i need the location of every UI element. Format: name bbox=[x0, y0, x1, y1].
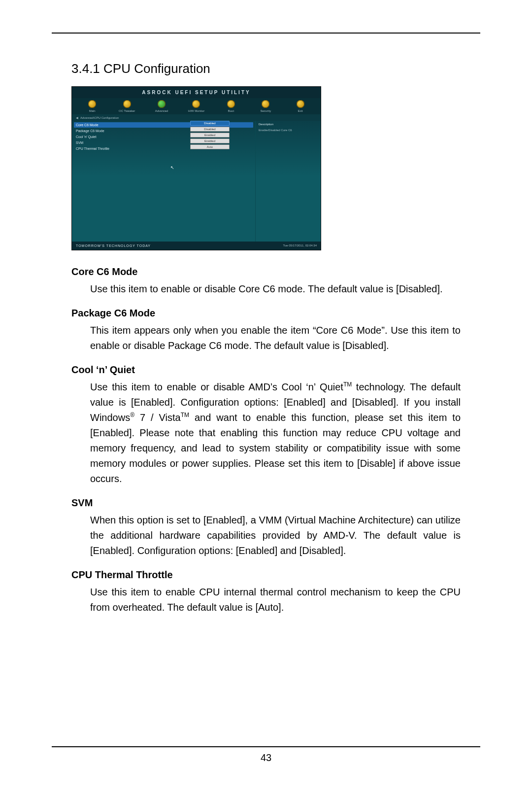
bios-side-panel: Description Enable/Disabled Core C6 bbox=[256, 121, 321, 242]
bios-footer-slogan: TOMORROW'S TECHNOLOGY TODAY bbox=[76, 244, 151, 247]
bios-options-column: Disabled Disabled Enabled Enabled Auto bbox=[190, 121, 230, 150]
bios-menu-hwmonitor[interactable]: H/W Monitor bbox=[179, 100, 213, 112]
page-number: 43 bbox=[261, 752, 271, 763]
item-title-svm: SVM bbox=[71, 495, 461, 511]
item-desc-cputhermal: Use this item to enable CPU internal the… bbox=[90, 585, 461, 615]
item-desc-coolnquiet: Use this item to enable or disable AMD’s… bbox=[90, 380, 461, 486]
item-title-corec6: Core C6 Mode bbox=[71, 264, 461, 279]
bios-menu-advanced[interactable]: Advanced bbox=[144, 100, 179, 112]
bios-side-text: Enable/Disabled Core C6 bbox=[259, 129, 318, 132]
bios-menu-security[interactable]: Security bbox=[248, 100, 283, 112]
bios-footer-timestamp: Tue 05/17/2011, 02:04:34 bbox=[283, 244, 317, 247]
item-title-packagec6: Package C6 Mode bbox=[71, 306, 461, 321]
section-heading: 3.4.1 CPU Configuration bbox=[71, 61, 480, 76]
item-desc-corec6: Use this item to enable or disable Core … bbox=[90, 281, 461, 297]
exit-icon bbox=[297, 100, 304, 108]
bios-side-header: Description bbox=[259, 123, 318, 126]
target-icon bbox=[227, 100, 235, 108]
bios-opt-1[interactable]: Disabled bbox=[190, 127, 230, 132]
bios-settings-list: Core C6 Mode Package C6 Mode Cool 'n' Qu… bbox=[72, 121, 256, 242]
monitor-icon bbox=[192, 100, 200, 108]
page-content: 3.4.1 CPU Configuration ASROCK UEFI SETU… bbox=[52, 33, 480, 749]
item-title-coolnquiet: Cool ‘n’ Quiet bbox=[71, 362, 461, 378]
bios-menu-boot[interactable]: Boot bbox=[214, 100, 248, 112]
item-desc-svm: When this option is set to [Enabled], a … bbox=[90, 513, 461, 558]
bios-opt-0[interactable]: Disabled bbox=[190, 121, 230, 126]
bios-body: Core C6 Mode Package C6 Mode Cool 'n' Qu… bbox=[72, 121, 321, 242]
bios-top-menu: Main OC Tweaker Advanced H/W Monitor Boo… bbox=[72, 98, 321, 114]
wrench-icon bbox=[158, 100, 166, 108]
cursor-icon: ↖ bbox=[170, 165, 174, 170]
shield-icon bbox=[262, 100, 269, 108]
bios-opt-3[interactable]: Enabled bbox=[190, 139, 230, 143]
doc-body: Core C6 Mode Use this item to enable or … bbox=[71, 264, 461, 615]
bios-menu-octweaker[interactable]: OC Tweaker bbox=[109, 100, 144, 112]
bios-breadcrumb: ◀Advanced\CPU Configuration bbox=[72, 114, 321, 121]
tune-icon bbox=[123, 100, 131, 108]
chevron-left-icon: ◀ bbox=[76, 116, 78, 119]
bios-menu-exit[interactable]: Exit bbox=[283, 100, 318, 112]
page-footer: 43 bbox=[52, 746, 480, 763]
bios-opt-4[interactable]: Auto bbox=[190, 144, 230, 149]
bios-screenshot: ASROCK UEFI SETUP UTILITY Main OC Tweake… bbox=[71, 86, 321, 250]
bios-footer: TOMORROW'S TECHNOLOGY TODAY Tue 05/17/20… bbox=[72, 242, 321, 250]
bios-opt-2[interactable]: Enabled bbox=[190, 133, 230, 138]
item-title-cputhermal: CPU Thermal Throttle bbox=[71, 567, 461, 583]
bios-menu-main[interactable]: Main bbox=[75, 100, 109, 112]
item-desc-packagec6: This item appears only when you enable t… bbox=[90, 323, 461, 353]
home-icon bbox=[88, 100, 96, 108]
bios-title: ASROCK UEFI SETUP UTILITY bbox=[72, 87, 321, 98]
